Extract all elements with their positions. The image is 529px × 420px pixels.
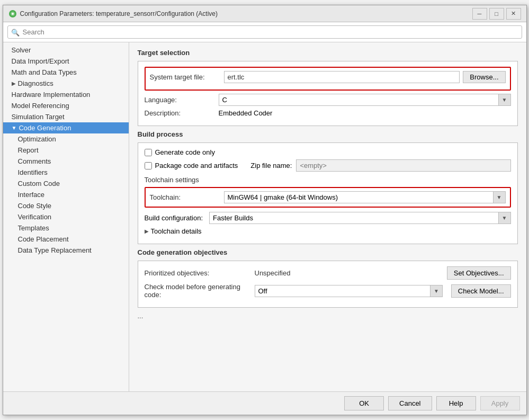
sidebar-item-label: Code Generation xyxy=(19,124,71,132)
sidebar-item-hardware-implementation[interactable]: Hardware Implementation xyxy=(3,89,129,100)
sidebar-item-data-type-replacement[interactable]: Data Type Replacement xyxy=(3,245,129,256)
window-controls: ─ □ ✕ xyxy=(472,8,521,20)
toolchain-row: Toolchain: MinGW64 | gmake (64-bit Windo… xyxy=(150,191,506,203)
target-selection-panel: System target file: Browse... Language: … xyxy=(138,61,518,126)
toolchain-details-row[interactable]: ▶ Toolchain details xyxy=(145,227,511,235)
sidebar-item-verification[interactable]: Verification xyxy=(3,211,129,222)
package-code-checkbox[interactable] xyxy=(145,162,152,169)
system-target-file-label: System target file: xyxy=(150,73,224,81)
app-icon xyxy=(8,10,17,18)
toolchain-select-wrapper[interactable]: MinGW64 | gmake (64-bit Windows) ▼ xyxy=(224,191,506,203)
code-gen-objectives-panel: Prioritized objectives: Unspecified Set … xyxy=(138,261,518,308)
sidebar-item-label: Diagnostics xyxy=(18,79,53,87)
package-code-row: Package code and artifacts Zip file name… xyxy=(145,159,511,172)
sidebar-item-solver[interactable]: Solver xyxy=(3,44,129,56)
ok-button[interactable]: OK xyxy=(344,396,384,410)
ellipsis-text: ... xyxy=(138,312,518,320)
check-model-select-wrapper[interactable]: Off ▼ xyxy=(255,285,443,297)
window-title: Configuration Parameters: temperature_se… xyxy=(20,10,218,17)
apply-button[interactable]: Apply xyxy=(480,396,520,410)
toolchain-details-label: Toolchain details xyxy=(151,227,202,235)
toolchain-select[interactable]: MinGW64 | gmake (64-bit Windows) xyxy=(225,192,493,203)
build-process-header: Build process xyxy=(138,130,518,138)
sidebar-item-simulation-target[interactable]: Simulation Target xyxy=(3,111,129,122)
system-target-file-input[interactable] xyxy=(224,71,460,83)
main-window: Configuration Parameters: temperature_se… xyxy=(3,5,527,415)
package-code-checkbox-row: Package code and artifacts xyxy=(145,162,238,169)
toolchain-settings: Toolchain settings Toolchain: MinGW64 | … xyxy=(145,176,511,235)
system-target-file-row: System target file: Browse... xyxy=(150,71,506,83)
footer: OK Cancel Help Apply xyxy=(3,391,526,415)
sidebar-item-model-referencing[interactable]: Model Referencing xyxy=(3,100,129,111)
content-area: Target selection System target file: Bro… xyxy=(129,42,526,391)
build-config-label: Build configuration: xyxy=(145,214,203,222)
language-dropdown-arrow: ▼ xyxy=(498,94,510,105)
build-config-dropdown-arrow: ▼ xyxy=(498,212,510,224)
system-target-file-box: System target file: Browse... xyxy=(145,67,511,91)
check-model-select[interactable]: Off xyxy=(255,285,430,297)
cancel-button[interactable]: Cancel xyxy=(388,396,432,410)
search-bar: 🔍 xyxy=(3,22,526,42)
build-config-select-wrapper[interactable]: Faster Builds ▼ xyxy=(209,212,510,224)
check-model-label: Check model before generating code: xyxy=(145,283,250,299)
titlebar: Configuration Parameters: temperature_se… xyxy=(3,5,526,22)
toolchain-box: Toolchain: MinGW64 | gmake (64-bit Windo… xyxy=(145,187,511,208)
build-process-section: Build process Generate code only Package… xyxy=(138,130,518,244)
sidebar-item-optimization[interactable]: Optimization xyxy=(3,133,129,145)
toolchain-details-arrow-icon: ▶ xyxy=(145,228,149,234)
set-objectives-button[interactable]: Set Objectives... xyxy=(447,266,511,280)
target-selection-section: Target selection System target file: Bro… xyxy=(138,49,518,126)
prioritized-objectives-value: Unspecified xyxy=(255,269,443,277)
help-button[interactable]: Help xyxy=(436,396,476,410)
sidebar-item-identifiers[interactable]: Identifiers xyxy=(3,167,129,178)
sidebar: Solver Data Import/Export Math and Data … xyxy=(3,42,129,391)
svg-point-2 xyxy=(12,13,14,15)
toolchain-settings-header: Toolchain settings xyxy=(145,176,511,184)
prioritized-objectives-label: Prioritized objectives: xyxy=(145,269,250,277)
language-select-wrapper[interactable]: C ▼ xyxy=(219,94,511,106)
build-process-panel: Generate code only Package code and arti… xyxy=(138,142,518,244)
generate-code-only-label: Generate code only xyxy=(155,148,215,156)
close-button[interactable]: ✕ xyxy=(506,8,521,20)
description-row: Description: Embedded Coder xyxy=(145,109,511,117)
search-input[interactable] xyxy=(7,25,522,39)
sidebar-item-code-style[interactable]: Code Style xyxy=(3,200,129,211)
check-model-button[interactable]: Check Model... xyxy=(451,284,511,298)
build-config-row: Build configuration: Faster Builds ▼ xyxy=(145,212,511,224)
target-selection-header: Target selection xyxy=(138,49,518,57)
minimize-button[interactable]: ─ xyxy=(472,8,487,20)
toolchain-label: Toolchain: xyxy=(150,193,224,201)
sidebar-item-math-data-types[interactable]: Math and Data Types xyxy=(3,67,129,78)
code-gen-objectives-header: Code generation objectives xyxy=(138,248,518,256)
sidebar-item-report[interactable]: Report xyxy=(3,145,129,156)
sidebar-item-data-import-export[interactable]: Data Import/Export xyxy=(3,56,129,67)
sidebar-item-comments[interactable]: Comments xyxy=(3,156,129,167)
generate-code-only-checkbox[interactable] xyxy=(145,149,152,156)
package-code-label: Package code and artifacts xyxy=(155,162,238,169)
generate-code-only-row: Generate code only xyxy=(145,148,511,156)
sidebar-item-custom-code[interactable]: Custom Code xyxy=(3,178,129,189)
sidebar-item-interface[interactable]: Interface xyxy=(3,189,129,200)
code-gen-objectives-section: Code generation objectives Prioritized o… xyxy=(138,248,518,320)
arrow-right-icon: ▶ xyxy=(12,81,16,86)
maximize-button[interactable]: □ xyxy=(489,8,504,20)
build-config-select[interactable]: Faster Builds xyxy=(210,212,498,224)
description-label: Description: xyxy=(145,109,219,117)
main-content: Solver Data Import/Export Math and Data … xyxy=(3,42,526,391)
language-select[interactable]: C xyxy=(219,94,498,105)
sidebar-item-code-generation[interactable]: ▼ Code Generation xyxy=(3,122,129,133)
arrow-down-icon: ▼ xyxy=(12,125,17,131)
sidebar-item-diagnostics[interactable]: ▶ Diagnostics xyxy=(3,78,129,89)
search-icon: 🔍 xyxy=(11,28,20,36)
check-model-row: Check model before generating code: Off … xyxy=(145,283,511,299)
language-label: Language: xyxy=(145,96,219,104)
browse-button[interactable]: Browse... xyxy=(463,71,505,83)
description-value: Embedded Coder xyxy=(219,109,273,117)
toolchain-dropdown-arrow: ▼ xyxy=(493,192,505,203)
check-model-dropdown-arrow: ▼ xyxy=(430,285,442,297)
zip-file-input[interactable] xyxy=(296,159,510,172)
sidebar-item-templates[interactable]: Templates xyxy=(3,222,129,234)
prioritized-objectives-row: Prioritized objectives: Unspecified Set … xyxy=(145,266,511,280)
sidebar-item-code-placement[interactable]: Code Placement xyxy=(3,234,129,245)
language-row: Language: C ▼ xyxy=(145,94,511,106)
